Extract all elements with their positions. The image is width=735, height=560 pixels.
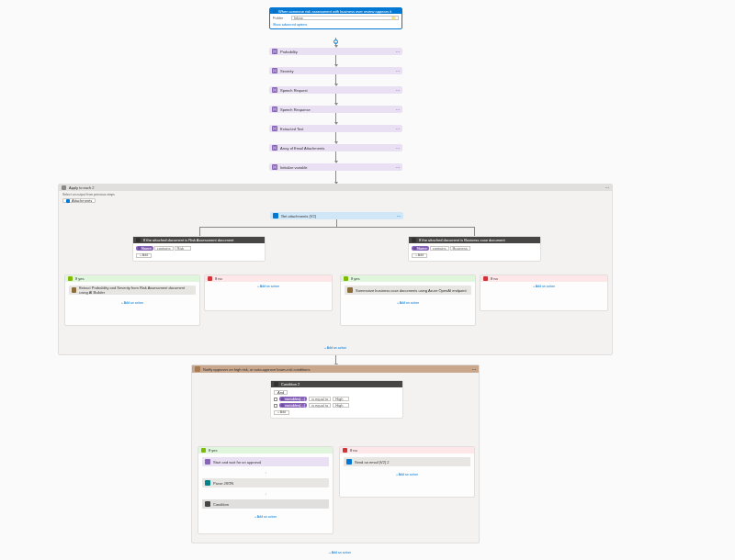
connector-arrow (335, 74, 336, 84)
apply-to-each-header[interactable]: Apply to each 2⋯ (59, 185, 612, 191)
row-checkbox[interactable] (274, 404, 277, 408)
outlook-icon (273, 9, 277, 13)
var-step-severity[interactable]: {x}Severity⋯ (269, 67, 402, 74)
variable-icon: {x} (272, 49, 277, 54)
step-menu-icon[interactable]: ⋯ (472, 367, 476, 372)
add-action-link[interactable]: Add an action (65, 298, 199, 308)
var-step-speech-response[interactable]: {x}Speech Response⋯ (269, 106, 402, 113)
connector-line (336, 219, 337, 227)
expr-operator[interactable]: is equal to (309, 403, 331, 408)
scope-header[interactable]: Notify approver on high risk, or auto-ap… (192, 365, 479, 373)
add-action-link[interactable]: Add an action (59, 343, 612, 353)
add-action-link[interactable]: Add an action (481, 282, 607, 291)
outlook-icon (273, 213, 278, 218)
action-condition[interactable]: Condition (202, 499, 329, 509)
expr-tag[interactable]: variables(...) (279, 397, 307, 401)
condition-icon (205, 501, 210, 507)
condition-risk-doc[interactable]: If the attached document is Risk Assessm… (132, 236, 266, 262)
connector-arrow (335, 151, 336, 162)
data-icon (205, 480, 210, 486)
expr-operator[interactable]: contains (154, 246, 174, 251)
expr-tag[interactable]: variables(...) (279, 403, 307, 408)
and-pill[interactable]: And (274, 390, 288, 395)
connector-arrow (335, 94, 336, 104)
apply-to-each-container: Apply to each 2⋯ Select an output from p… (58, 184, 613, 355)
variable-icon: {x} (272, 164, 277, 170)
trigger-card[interactable]: When someone risk assessment with busine… (269, 7, 402, 29)
advanced-link[interactable]: Show advanced options (273, 23, 307, 27)
expr-tag[interactable]: Name (136, 246, 153, 251)
var-step-probability[interactable]: {x}Probability⋯ (269, 48, 402, 55)
expr-value[interactable]: Business (450, 246, 470, 251)
connector-arrow (335, 132, 336, 142)
outlook-icon (346, 459, 352, 465)
foreach-output-pill[interactable]: Attachments (62, 198, 96, 203)
action-extract-ai[interactable]: Extract Probability and Severity from Ri… (69, 286, 196, 295)
step-menu-icon[interactable]: ⋯ (396, 69, 400, 73)
variable-icon: {x} (272, 87, 277, 93)
var-step-init[interactable]: {x}Initialize variable⋯ (269, 163, 402, 171)
action-summarize-openai[interactable]: Summarize business case documents using … (345, 286, 471, 295)
condition-2[interactable]: Condition 2 And variables(...)is equal t… (270, 380, 403, 419)
no-icon (483, 276, 488, 281)
dynamic-content-icon (66, 199, 70, 203)
condition-icon (274, 382, 278, 386)
step-menu-icon[interactable]: ⋯ (396, 88, 400, 93)
no-icon (208, 276, 212, 281)
var-step-extracted-text[interactable]: {x}Extracted Text⋯ (269, 125, 402, 132)
row-checkbox[interactable] (274, 398, 277, 401)
foreach-note: Select an output from previous steps (59, 191, 612, 198)
folder-field[interactable]: Inbox📁 (291, 16, 399, 20)
folder-picker-icon[interactable]: 📁 (391, 16, 396, 20)
branch-no-2: If no Add an action (480, 274, 608, 311)
step-menu-icon[interactable]: ⋯ (605, 185, 609, 190)
add-row-button[interactable]: + Add (412, 253, 427, 258)
scope-notify: Notify approver on high risk, or auto-ap… (191, 364, 480, 543)
step-menu-icon[interactable]: ⋯ (396, 165, 400, 170)
expr-value[interactable]: High (333, 397, 349, 401)
no-icon (343, 448, 347, 453)
add-action-link[interactable]: Add an action (198, 512, 333, 521)
action-send-email[interactable]: Send an email (V2) 2 (344, 457, 470, 466)
expr-value[interactable]: Risk (175, 246, 191, 251)
approval-icon (205, 459, 210, 465)
loop-icon (62, 185, 66, 190)
branch-no-1: If no Add an action (204, 274, 333, 311)
variable-icon: {x} (272, 145, 277, 151)
variable-icon: {x} (272, 126, 277, 131)
variable-icon: {x} (272, 68, 277, 73)
step-menu-icon[interactable]: ⋯ (397, 214, 401, 218)
var-step-array-attachments[interactable]: {x}Array of Email Attachments⋯ (269, 144, 402, 151)
action-approval[interactable]: Start and wait for an approval (202, 457, 329, 466)
connector-arrow (335, 113, 336, 123)
add-action-link[interactable]: Add an action (312, 548, 368, 557)
expr-operator[interactable]: contains (430, 246, 449, 251)
condition-business-doc[interactable]: If the attached document is Business cas… (408, 236, 541, 262)
branch-yes-1: If yes Extract Probability and Severity … (64, 274, 200, 326)
expr-operator[interactable]: is equal to (309, 397, 331, 401)
step-menu-icon[interactable]: ⋯ (396, 107, 400, 112)
connector-line (199, 227, 475, 228)
action-parse-json[interactable]: Parse JSON (202, 478, 329, 487)
condition-icon (412, 238, 416, 242)
add-action-link[interactable]: Add an action (205, 282, 332, 291)
connector-arrow (335, 171, 336, 183)
variable-icon: {x} (272, 106, 277, 112)
step-menu-icon[interactable]: ⋯ (396, 146, 400, 151)
add-step-button[interactable]: + (334, 39, 338, 44)
expr-value[interactable]: High (333, 403, 349, 408)
var-step-speech-request[interactable]: {x}Speech Request⋯ (269, 86, 402, 94)
add-row-button[interactable]: + Add (136, 253, 152, 258)
connector-arrow (335, 55, 336, 65)
step-menu-icon[interactable]: ⋯ (396, 50, 400, 54)
expr-tag[interactable]: Name (412, 246, 429, 251)
openai-icon (347, 287, 353, 293)
add-row-button[interactable]: + Add (274, 410, 289, 415)
step-menu-icon[interactable]: ⋯ (396, 127, 400, 131)
add-action-link[interactable]: Add an action (340, 470, 474, 479)
connector-line (199, 227, 200, 236)
add-action-link[interactable]: Add an action (341, 298, 475, 308)
trigger-title: When someone risk assessment with busine… (278, 9, 391, 14)
get-attachments-step[interactable]: Get attachments (V2)⋯ (270, 212, 403, 219)
yes-icon (201, 448, 206, 453)
